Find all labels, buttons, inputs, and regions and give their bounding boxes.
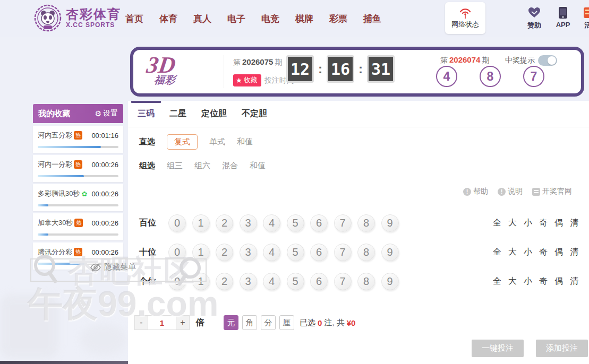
quick-bet-button[interactable]: 一键投注 — [472, 340, 524, 357]
quickpick-all[interactable]: 全 — [493, 276, 501, 287]
option-mixed[interactable]: 混合 — [222, 161, 238, 171]
digit-button[interactable]: 1 — [192, 244, 210, 261]
favorite-button[interactable]: ★ 收藏 — [233, 74, 261, 86]
menu-item-sports[interactable]: 体育 — [159, 13, 177, 25]
quickpick-big[interactable]: 大 — [508, 218, 517, 229]
multiplier-increase-button[interactable]: + — [176, 315, 190, 330]
quickpick-all[interactable]: 全 — [493, 218, 501, 229]
help-links: !帮助 !说明 开奖官网 — [463, 187, 572, 196]
option-sum[interactable]: 和值 — [237, 137, 253, 147]
win-tip-toggle[interactable] — [538, 55, 557, 66]
digit-button[interactable]: 6 — [310, 273, 328, 290]
digit-button[interactable]: 0 — [168, 244, 186, 261]
settings-button[interactable]: ⚙ 设置 — [95, 109, 118, 118]
quickpick-clear[interactable]: 清 — [570, 218, 578, 229]
app-button[interactable]: APP — [550, 6, 576, 29]
quickpick-all[interactable]: 全 — [493, 247, 501, 258]
digit-button[interactable]: 2 — [216, 214, 233, 232]
quickpick-odd[interactable]: 奇 — [539, 247, 548, 258]
digit-button[interactable]: 9 — [381, 244, 399, 261]
option-compound[interactable]: 复式 — [167, 134, 198, 150]
countdown-timer: 12 : 16 : 31 — [286, 55, 395, 83]
quickpick-odd[interactable]: 奇 — [539, 218, 548, 229]
digit-button[interactable]: 9 — [381, 273, 399, 290]
digit-button[interactable]: 8 — [357, 244, 375, 261]
menu-item-home[interactable]: 首页 — [125, 13, 143, 25]
tab-two-star[interactable]: 二星 — [162, 101, 194, 127]
digit-button[interactable]: 4 — [263, 273, 280, 290]
unit-fen[interactable]: 分 — [261, 315, 276, 330]
quickpick-even[interactable]: 偶 — [554, 247, 563, 258]
quickpick-even[interactable]: 偶 — [554, 276, 563, 287]
partial-nav-item[interactable]: 活 — [580, 6, 589, 30]
tab-three-code[interactable]: 三码 — [130, 101, 162, 127]
quickpick-even[interactable]: 偶 — [554, 218, 563, 229]
option-group3[interactable]: 组三 — [167, 161, 183, 171]
official-site-link[interactable]: 开奖官网 — [532, 187, 572, 196]
lottery-list-item[interactable]: 河内五分彩 热 00:01:16 — [33, 126, 123, 153]
menu-item-live[interactable]: 真人 — [193, 13, 211, 25]
sponsor-button[interactable]: 赞助 — [522, 6, 547, 30]
digit-button[interactable]: 9 — [381, 214, 399, 232]
digit-button[interactable]: 0 — [168, 273, 186, 290]
digit-button[interactable]: 3 — [240, 273, 257, 290]
menu-item-esports[interactable]: 电竞 — [261, 13, 279, 25]
add-bet-button[interactable]: 添加投注 — [536, 340, 588, 357]
lottery-list-item[interactable]: 多彩腾讯30秒 ✿ 00:00:26 — [33, 184, 123, 211]
digit-button[interactable]: 6 — [310, 244, 328, 261]
network-status-widget[interactable]: 网络状态 — [445, 2, 485, 34]
quickpick-clear[interactable]: 清 — [570, 276, 578, 287]
unit-jiao[interactable]: 角 — [242, 315, 257, 330]
option-group6[interactable]: 组六 — [194, 161, 210, 171]
digit-button[interactable]: 2 — [216, 244, 233, 261]
unit-li[interactable]: 厘 — [279, 315, 294, 330]
tab-non-position[interactable]: 不定胆 — [234, 101, 275, 127]
menu-item-slots[interactable]: 电子 — [227, 13, 245, 25]
unit-yuan[interactable]: 元 — [224, 315, 238, 330]
digit-button[interactable]: 7 — [334, 244, 352, 261]
digit-button[interactable]: 7 — [334, 273, 352, 290]
menu-item-chess[interactable]: 棋牌 — [295, 13, 313, 25]
digit-button[interactable]: 6 — [310, 214, 328, 232]
menu-item-lottery[interactable]: 彩票 — [329, 13, 347, 25]
digit-button[interactable]: 2 — [216, 273, 233, 290]
digit-button[interactable]: 5 — [287, 273, 304, 290]
menu-item-fishing[interactable]: 捕鱼 — [363, 13, 381, 25]
quickpick-big[interactable]: 大 — [508, 276, 517, 287]
progress-track — [38, 204, 118, 206]
quickpick-clear[interactable]: 清 — [570, 247, 578, 258]
quickpick-odd[interactable]: 奇 — [539, 276, 548, 287]
explain-link[interactable]: !说明 — [498, 187, 523, 196]
option-group-sum[interactable]: 和值 — [250, 161, 266, 171]
quickpick-big[interactable]: 大 — [508, 247, 517, 258]
digit-button[interactable]: 7 — [334, 214, 352, 232]
lottery-list-item[interactable]: 河内一分彩 热 00:00:26 — [33, 155, 123, 182]
quickpick-small[interactable]: 小 — [524, 247, 532, 258]
hide-menu-button[interactable]: 隐藏菜单 — [90, 262, 136, 272]
quickpick-small[interactable]: 小 — [524, 218, 532, 229]
digit-button[interactable]: 5 — [287, 214, 304, 232]
help-link[interactable]: !帮助 — [463, 187, 488, 196]
top-navbar: 杏彩体育 X.CC SPORTS 首页 体育 真人 电子 电竞 棋牌 彩票 捕鱼… — [0, 0, 589, 37]
digit-button[interactable]: 4 — [263, 244, 280, 261]
digit-button[interactable]: 1 — [192, 214, 210, 232]
site-logo[interactable]: 杏彩体育 X.CC SPORTS — [34, 4, 121, 32]
digit-button[interactable]: 8 — [357, 273, 375, 290]
tab-position[interactable]: 定位胆 — [194, 101, 234, 127]
lottery-list-item[interactable]: 加拿大30秒 热 00:00:26 — [33, 213, 123, 240]
digit-button[interactable]: 8 — [357, 214, 375, 232]
option-single[interactable]: 单式 — [209, 137, 225, 147]
exclamation-icon: ! — [463, 188, 471, 196]
bet-row-units: 个位 0 1 2 3 4 5 6 7 8 9 全 大 小 奇 偶 清 — [128, 272, 589, 291]
multiplier-value[interactable]: 1 — [148, 315, 176, 330]
quickpick-small[interactable]: 小 — [524, 276, 532, 287]
digit-button[interactable]: 5 — [287, 244, 304, 261]
digit-button[interactable]: 0 — [168, 214, 186, 232]
digit-button[interactable]: 1 — [192, 273, 210, 290]
sponsor-label: 赞助 — [527, 21, 541, 30]
digit-button[interactable]: 3 — [240, 244, 257, 261]
digit-button[interactable]: 4 — [263, 214, 280, 232]
digit-button[interactable]: 3 — [240, 214, 257, 232]
multiplier-decrease-button[interactable]: - — [134, 315, 148, 330]
countdown-minutes: 16 — [327, 55, 354, 83]
